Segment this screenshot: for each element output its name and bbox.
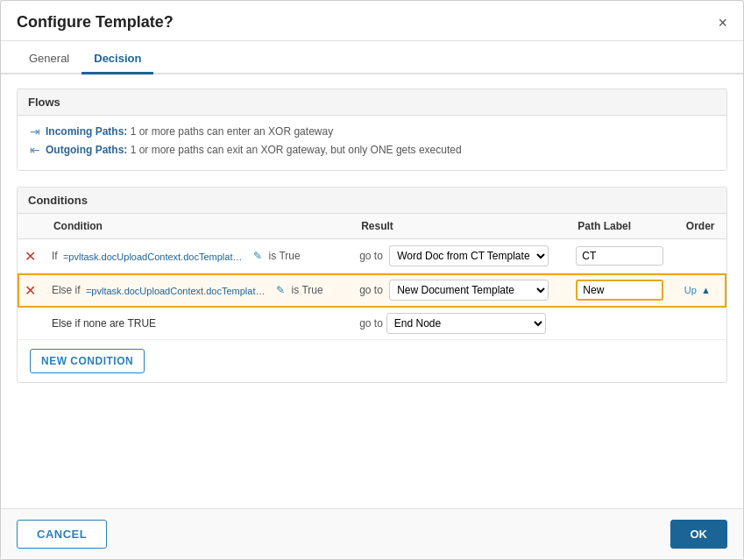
row1-path-label-cell: [569, 239, 677, 273]
incoming-flow-text: Incoming Paths: 1 or more paths can ente…: [46, 125, 333, 138]
ok-button[interactable]: OK: [670, 520, 728, 549]
outgoing-flow-text: Outgoing Paths: 1 or more paths can exit…: [46, 144, 462, 156]
else-none-path-cell: [569, 308, 677, 340]
incoming-flow: ⇥ Incoming Paths: 1 or more paths can en…: [30, 124, 714, 138]
configure-template-modal: Configure Template? × General Decision F…: [0, 0, 744, 560]
row2-path-label-cell: [569, 273, 677, 308]
col-header-delete: [18, 214, 45, 239]
row1-result-cell: go to Word Doc from CT Template New Docu…: [352, 239, 569, 273]
else-none-order-cell: [677, 308, 726, 340]
col-header-path-label: Path Label: [569, 214, 677, 239]
else-none-label-cell: Else if none are TRUE: [45, 308, 352, 340]
else-none-result-select[interactable]: End Node Word Doc from CT Template New D…: [386, 313, 546, 334]
row1-condition-text: =pvltask.docUploadContext.docTemplate.do…: [63, 252, 247, 262]
outgoing-flow: ⇤ Outgoing Paths: 1 or more paths can ex…: [30, 143, 714, 157]
close-button[interactable]: ×: [718, 15, 727, 31]
modal-title: Configure Template?: [17, 13, 174, 32]
conditions-section: Conditions Condition Result Path Label O…: [17, 187, 727, 383]
col-header-result: Result: [352, 214, 569, 239]
row1-path-label-input[interactable]: [576, 246, 663, 266]
flows-section: Flows ⇥ Incoming Paths: 1 or more paths …: [17, 89, 727, 171]
row2-edit-icon[interactable]: ✎: [276, 284, 285, 296]
conditions-section-title: Conditions: [18, 188, 726, 214]
row2-condition-cell: Else if =pvltask.docUploadContext.docTem…: [45, 273, 352, 308]
else-none-result-cell: go to End Node Word Doc from CT Template…: [352, 308, 569, 340]
col-header-order: Order: [677, 214, 726, 239]
modal-body: Flows ⇥ Incoming Paths: 1 or more paths …: [1, 74, 743, 508]
row2-delete-cell: ✕: [18, 273, 45, 308]
conditions-table: Condition Result Path Label Order ✕ If: [18, 214, 726, 340]
modal-footer: CANCEL OK: [1, 508, 743, 559]
tab-general[interactable]: General: [17, 45, 81, 74]
modal-header: Configure Template? ×: [1, 1, 743, 41]
row2-result-select[interactable]: Word Doc from CT Template New Document T…: [389, 280, 549, 301]
tabs-bar: General Decision: [1, 45, 743, 74]
table-row: ✕ If =pvltask.docUploadContext.docTempla…: [18, 239, 726, 273]
flows-section-title: Flows: [18, 89, 726, 116]
col-header-condition: Condition: [45, 214, 352, 239]
row1-condition-cell: If =pvltask.docUploadContext.docTemplate…: [45, 239, 352, 273]
tab-decision[interactable]: Decision: [81, 45, 153, 74]
else-none-row: Else if none are TRUE go to End Node Wor…: [18, 308, 726, 340]
row2-delete-icon[interactable]: ✕: [25, 283, 36, 298]
row2-path-label-input[interactable]: [576, 280, 663, 301]
row2-result-cell: go to Word Doc from CT Template New Docu…: [352, 273, 569, 308]
table-header-row: Condition Result Path Label Order: [18, 214, 726, 239]
incoming-flow-icon: ⇥: [30, 124, 40, 138]
table-row: ✕ Else if =pvltask.docUploadContext.docT…: [18, 273, 726, 308]
new-condition-button[interactable]: NEW CONDITION: [30, 349, 145, 373]
row1-edit-icon[interactable]: ✎: [253, 250, 262, 262]
else-none-result-content: go to End Node Word Doc from CT Template…: [359, 313, 562, 334]
row1-delete-cell: ✕: [18, 239, 45, 273]
outgoing-flow-icon: ⇤: [30, 143, 40, 157]
row2-up-link[interactable]: Up ▲: [684, 285, 711, 295]
else-none-empty: [18, 308, 45, 340]
flows-content: ⇥ Incoming Paths: 1 or more paths can en…: [18, 116, 726, 170]
cancel-button[interactable]: CANCEL: [17, 520, 107, 549]
row2-condition-text: =pvltask.docUploadContext.docTemplate.do…: [86, 286, 270, 296]
row1-order-cell: [677, 239, 726, 273]
row1-result-select[interactable]: Word Doc from CT Template New Document T…: [389, 245, 549, 266]
row1-delete-icon[interactable]: ✕: [25, 249, 36, 264]
row2-order-cell: Up ▲: [677, 273, 726, 308]
